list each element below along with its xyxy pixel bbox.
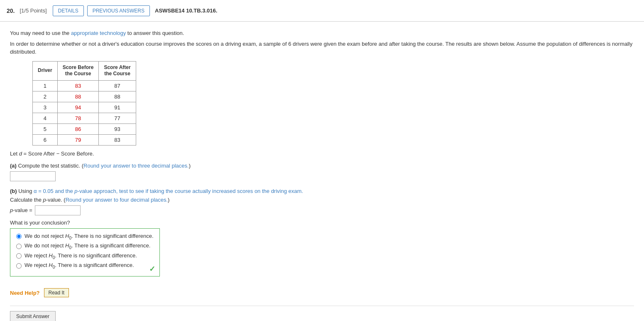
- cell-driver: 4: [33, 113, 58, 123]
- table-row: 39491: [33, 102, 136, 113]
- table-row: 18387: [33, 80, 136, 91]
- cell-after: 88: [99, 91, 136, 102]
- col-header-before: Score Beforethe Course: [57, 61, 99, 80]
- cell-driver: 2: [33, 91, 58, 102]
- data-table: Driver Score Beforethe Course Score Afte…: [32, 61, 136, 146]
- submit-answer-button[interactable]: Submit Answer: [10, 311, 56, 321]
- radio-option-1[interactable]: We do not reject H0. There is no signifi…: [16, 233, 154, 240]
- points-label: [1/5 Points]: [20, 7, 47, 14]
- radio-opt2-label: We do not reject H0. There is a signific…: [24, 242, 150, 250]
- p-value-row: p-value =: [10, 205, 634, 215]
- p-value-calc-label: Calculate the p-value. (Round your answe…: [10, 197, 634, 203]
- content-area: You may need to use the appropriate tech…: [0, 22, 644, 321]
- round-four-link: Round your answer to four decimal places…: [66, 197, 168, 203]
- part-b-block: (b) Using α = 0.05 and the p-value appro…: [10, 188, 634, 277]
- radio-opt3-label: We reject H0. There is no significant di…: [24, 252, 137, 260]
- test-statistic-input[interactable]: [10, 171, 56, 181]
- cell-driver: 1: [33, 80, 58, 91]
- table-row: 47877: [33, 113, 136, 123]
- help-row: Need Help? Read It: [10, 288, 634, 297]
- question-number: 20.: [7, 7, 15, 14]
- col-header-after: Score Afterthe Course: [99, 61, 136, 80]
- read-it-button[interactable]: Read It: [44, 288, 69, 297]
- cell-after: 87: [99, 80, 136, 91]
- cell-before: 79: [57, 134, 99, 145]
- cell-after: 77: [99, 113, 136, 123]
- col-header-driver: Driver: [33, 61, 58, 80]
- radio-opt2[interactable]: [16, 244, 22, 249]
- cell-after: 93: [99, 123, 136, 134]
- part-a-block: (a) Compute the test statistic. (Round y…: [10, 163, 634, 181]
- part-a-question: (a) Compute the test statistic. (Round y…: [10, 163, 634, 169]
- conclusion-radio-box: We do not reject H0. There is no signifi…: [10, 228, 160, 277]
- radio-opt4-label: We reject H0. There is a significant dif…: [24, 262, 134, 269]
- table-row: 67983: [33, 134, 136, 145]
- conclusion-label: What is your conclusion?: [10, 220, 634, 226]
- table-row: 58693: [33, 123, 136, 134]
- intro-line1: You may need to use the appropriate tech…: [10, 29, 634, 37]
- cell-driver: 5: [33, 123, 58, 134]
- problem-code: ASWSBE14 10.TB.3.016.: [155, 7, 217, 14]
- alpha-link: α = 0.05 and the p-value approach, test …: [34, 188, 303, 194]
- definition-text: Let d = Score After − Score Before.: [10, 151, 634, 157]
- radio-option-4[interactable]: We reject H0. There is a significant dif…: [16, 262, 154, 269]
- radio-opt1[interactable]: [16, 234, 22, 239]
- submit-row: Submit Answer: [10, 306, 634, 321]
- cell-driver: 3: [33, 102, 58, 113]
- details-button[interactable]: DETAILS: [53, 5, 84, 16]
- cell-driver: 6: [33, 134, 58, 145]
- table-row: 28888: [33, 91, 136, 102]
- radio-option-3[interactable]: We reject H0. There is no significant di…: [16, 252, 154, 260]
- top-bar: 20. [1/5 Points] DETAILS PREVIOUS ANSWER…: [0, 0, 644, 22]
- cell-before: 94: [57, 102, 99, 113]
- need-help-label: Need Help?: [10, 290, 40, 296]
- technology-link[interactable]: appropriate technology: [71, 30, 126, 36]
- cell-before: 86: [57, 123, 99, 134]
- check-mark-icon: ✓: [149, 264, 155, 274]
- p-value-input[interactable]: [35, 205, 81, 215]
- previous-answers-button[interactable]: PREVIOUS ANSWERS: [87, 5, 150, 16]
- part-b-label: (b): [10, 188, 17, 194]
- cell-before: 83: [57, 80, 99, 91]
- cell-before: 88: [57, 91, 99, 102]
- part-a-label: (a): [10, 163, 17, 169]
- radio-opt1-label: We do not reject H0. There is no signifi…: [24, 233, 154, 240]
- cell-after: 83: [99, 134, 136, 145]
- radio-opt3[interactable]: [16, 253, 22, 259]
- intro-line2: In order to determine whether or not a d…: [10, 40, 634, 56]
- radio-option-2[interactable]: We do not reject H0. There is a signific…: [16, 242, 154, 250]
- cell-after: 91: [99, 102, 136, 113]
- part-b-question: (b) Using α = 0.05 and the p-value appro…: [10, 188, 634, 194]
- radio-opt4[interactable]: [16, 263, 22, 269]
- cell-before: 78: [57, 113, 99, 123]
- round-three-link: Round your answer to three decimal place…: [83, 163, 189, 169]
- p-value-label: p-value =: [10, 207, 32, 213]
